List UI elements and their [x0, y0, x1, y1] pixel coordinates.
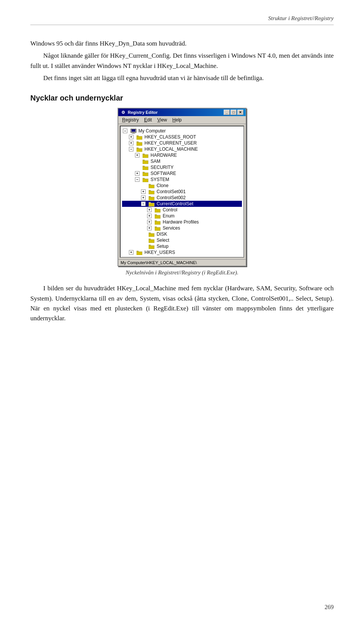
tree-row-enum[interactable]: + Enum	[122, 213, 242, 219]
folder-icon	[149, 189, 155, 194]
expand-current-user[interactable]: +	[129, 141, 133, 145]
tree-row-disk[interactable]: DISK	[122, 231, 242, 237]
label-mycomputer: My Computer	[138, 128, 166, 134]
maximize-button[interactable]: □	[231, 110, 237, 115]
paragraph-1: Windows 95 och där finns HKey_Dyn_Data s…	[30, 39, 334, 49]
menu-registry[interactable]: Registry	[120, 117, 141, 123]
paragraph-4: I bilden ser du huvudträdet HKey_Local_M…	[30, 283, 334, 323]
tree-row-current-user[interactable]: + HKEY_CURRENT_USER	[122, 140, 242, 146]
tree-row-local-machine[interactable]: − HKEY_LOCAL_MACHINE	[122, 146, 242, 152]
svg-rect-13	[149, 191, 154, 194]
svg-rect-7	[143, 154, 148, 158]
tree-row-setup[interactable]: Setup	[122, 243, 242, 249]
window-controls[interactable]: _ □ ✕	[224, 110, 243, 115]
label-control: Control	[163, 207, 177, 213]
tree-row-services[interactable]: + Services	[122, 225, 242, 231]
expand-services[interactable]: +	[147, 226, 152, 230]
svg-rect-21	[149, 239, 154, 243]
svg-rect-14	[149, 197, 154, 200]
tree-row-controlset001[interactable]: + ControlSet001	[122, 189, 242, 195]
tree-row-controlset002[interactable]: + ControlSet002	[122, 195, 242, 201]
no-expand-select	[141, 238, 146, 243]
svg-rect-20	[149, 233, 154, 237]
expand-enum[interactable]: +	[147, 214, 152, 218]
tree-row-mycomputer[interactable]: − My Computer	[122, 128, 242, 134]
folder-open-icon	[136, 147, 143, 152]
expand-mycomputer[interactable]: −	[123, 129, 127, 133]
expand-control[interactable]: +	[147, 208, 152, 212]
label-controlset001: ControlSet001	[157, 189, 186, 194]
label-security: SECURITY	[151, 165, 174, 170]
minimize-button[interactable]: _	[224, 110, 230, 115]
svg-rect-12	[149, 185, 154, 188]
folder-icon	[155, 208, 161, 213]
regedit-titlebar: ⚙ Registry Editor _ □ ✕	[118, 109, 246, 116]
expand-hkey-users[interactable]: +	[129, 250, 133, 255]
expand-software[interactable]: +	[135, 171, 140, 176]
label-services: Services	[163, 225, 180, 231]
svg-rect-23	[136, 252, 142, 255]
menu-view[interactable]: View	[155, 117, 169, 123]
regedit-window: ⚙ Registry Editor _ □ ✕ Registry Edit Vi…	[118, 108, 246, 266]
folder-icon	[155, 226, 161, 231]
folder-icon	[143, 153, 149, 158]
svg-rect-11	[143, 179, 148, 182]
tree-row-classes-root[interactable]: + HKEY_CLASSES_ROOT	[122, 134, 242, 140]
svg-rect-4	[136, 136, 142, 140]
tree-row-software[interactable]: + SOFTWARE	[122, 170, 242, 176]
regedit-statusbar: My Computer\HKEY_LOCAL_MACHINE\	[118, 259, 246, 266]
tree-row-select[interactable]: Select	[122, 237, 242, 243]
tree-row-hkey-users[interactable]: + HKEY_USERS	[122, 249, 242, 255]
svg-rect-22	[149, 246, 154, 249]
tree-row-security[interactable]: SECURITY	[122, 164, 242, 170]
tree-row-hardware[interactable]: + HARDWARE	[122, 152, 242, 158]
svg-rect-2	[132, 132, 135, 133]
label-current-user: HKEY_CURRENT_USER	[144, 140, 197, 146]
expand-classes-root[interactable]: +	[129, 135, 133, 139]
expand-hw-profiles[interactable]: +	[147, 220, 152, 224]
tree-row-hw-profiles[interactable]: + Hardware Profiles	[122, 219, 242, 225]
expand-controlset001[interactable]: +	[141, 189, 146, 194]
regedit-tree-body[interactable]: − My Computer + HKEY_CLAS	[120, 126, 244, 258]
titlebar-left: ⚙ Registry Editor	[121, 110, 158, 115]
svg-rect-15	[149, 203, 154, 206]
section-heading: Nycklar och undernycklar	[30, 94, 334, 102]
folder-icon	[155, 220, 161, 225]
svg-rect-6	[136, 148, 142, 152]
tree-row-system[interactable]: − SYSTEM	[122, 176, 242, 183]
regedit-title: Registry Editor	[128, 110, 158, 115]
expand-currentcontrolset[interactable]: −	[141, 202, 146, 206]
close-button[interactable]: ✕	[237, 110, 243, 115]
label-hw-profiles: Hardware Profiles	[163, 219, 199, 225]
folder-icon	[136, 135, 143, 140]
figure-caption: Nyckelnivån i Registret//Registry (i Reg…	[30, 269, 334, 276]
expand-hardware[interactable]: +	[135, 153, 140, 157]
tree-row-control[interactable]: + Control	[122, 207, 242, 213]
no-expand-setup	[141, 244, 146, 249]
svg-rect-8	[143, 161, 148, 164]
body-content: Windows 95 och där finns HKey_Dyn_Data s…	[30, 39, 334, 83]
tree-row-currentcontrolset[interactable]: − CurrentControlSet	[122, 201, 242, 207]
header-title: Struktur i Registret//Registry	[268, 15, 334, 21]
expand-controlset002[interactable]: +	[141, 195, 146, 200]
folder-icon	[143, 171, 149, 176]
folder-selected-icon	[149, 202, 155, 206]
menu-help[interactable]: Help	[170, 117, 184, 123]
expand-system[interactable]: −	[135, 177, 140, 182]
tree-row-clone[interactable]: Clone	[122, 183, 242, 189]
folder-icon	[149, 244, 155, 249]
statusbar-path: My Computer\HKEY_LOCAL_MACHINE\	[121, 260, 197, 265]
menu-edit[interactable]: Edit	[142, 117, 154, 123]
folder-icon	[155, 214, 161, 219]
expand-local-machine[interactable]: −	[129, 147, 133, 151]
label-sam: SAM	[151, 159, 160, 164]
svg-rect-19	[155, 227, 160, 231]
regedit-menubar: Registry Edit View Help	[118, 116, 246, 124]
page-number: 269	[325, 604, 334, 611]
svg-rect-16	[155, 209, 160, 213]
label-system: SYSTEM	[151, 177, 169, 182]
tree-row-sam[interactable]: SAM	[122, 158, 242, 164]
svg-rect-1	[132, 129, 135, 132]
folder-icon	[143, 159, 149, 164]
folder-icon	[136, 141, 143, 146]
